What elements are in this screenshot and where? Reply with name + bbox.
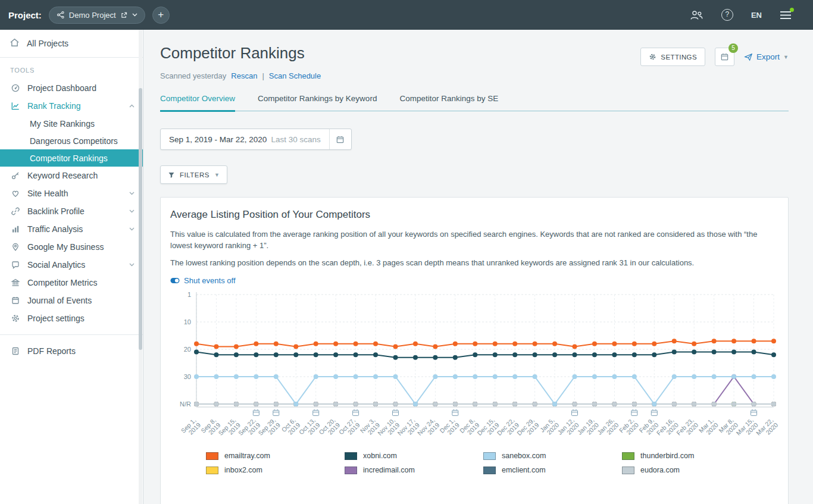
- data-point[interactable]: [333, 342, 338, 346]
- users-icon[interactable]: [689, 10, 703, 20]
- data-point[interactable]: [473, 402, 477, 406]
- data-point[interactable]: [573, 344, 577, 349]
- data-point[interactable]: [632, 374, 637, 379]
- data-point[interactable]: [254, 342, 258, 346]
- data-point[interactable]: [652, 342, 656, 346]
- data-point[interactable]: [234, 374, 239, 379]
- data-point[interactable]: [752, 374, 756, 379]
- sidebar-item-competitor-rankings[interactable]: Competitor Rankings: [0, 149, 143, 167]
- sidebar-item-backlink-profile[interactable]: Backlink Profile: [0, 202, 143, 220]
- sidebar-item-journal-of-events[interactable]: Journal of Events: [0, 292, 143, 309]
- sidebar-item-dangerous-competitors[interactable]: Dangerous Competitors: [0, 132, 143, 149]
- data-point[interactable]: [592, 342, 597, 346]
- data-point[interactable]: [533, 402, 537, 406]
- data-point[interactable]: [512, 374, 517, 379]
- data-point[interactable]: [433, 355, 437, 360]
- shut-events-toggle[interactable]: Shut events off: [170, 276, 778, 285]
- data-point[interactable]: [433, 344, 437, 349]
- data-point[interactable]: [413, 402, 418, 406]
- data-point[interactable]: [373, 352, 378, 357]
- data-point[interactable]: [354, 352, 358, 357]
- sidebar-item-rank-tracking[interactable]: Rank Tracking: [0, 97, 143, 115]
- data-point[interactable]: [453, 342, 458, 346]
- data-point[interactable]: [194, 402, 199, 406]
- data-point[interactable]: [752, 350, 756, 355]
- data-point[interactable]: [712, 374, 717, 379]
- data-point[interactable]: [354, 402, 358, 406]
- data-point[interactable]: [552, 352, 557, 357]
- add-project-button[interactable]: +: [152, 7, 170, 24]
- tab-competitor-overview[interactable]: Competitor Overview: [160, 94, 235, 112]
- event-calendar-icon[interactable]: [751, 409, 757, 416]
- data-point[interactable]: [254, 402, 258, 406]
- data-point[interactable]: [473, 352, 477, 357]
- data-point[interactable]: [333, 374, 338, 379]
- data-point[interactable]: [214, 344, 218, 349]
- data-point[interactable]: [234, 344, 239, 349]
- data-point[interactable]: [194, 350, 199, 355]
- sidebar-item-competitor-metrics[interactable]: Competitor Metrics: [0, 274, 143, 292]
- data-point[interactable]: [512, 402, 517, 406]
- data-point[interactable]: [632, 342, 637, 346]
- data-point[interactable]: [234, 352, 239, 357]
- competitors-chart[interactable]: 1102030N/RSep 1,2019Sep 8,2019Sep 15,201…: [170, 289, 780, 450]
- sidebar-item-project-dashboard[interactable]: Project Dashboard: [0, 79, 143, 97]
- sidebar-item-google-my-business[interactable]: Google My Business: [0, 238, 143, 256]
- data-point[interactable]: [692, 350, 696, 355]
- data-point[interactable]: [612, 352, 617, 357]
- event-calendar-icon[interactable]: [452, 409, 458, 416]
- legend-item[interactable]: thunderbird.com: [622, 452, 761, 460]
- data-point[interactable]: [652, 352, 656, 357]
- data-point[interactable]: [234, 402, 239, 406]
- rescan-link[interactable]: Rescan: [231, 71, 257, 80]
- data-point[interactable]: [393, 344, 398, 349]
- legend-item[interactable]: sanebox.com: [483, 452, 622, 460]
- data-point[interactable]: [533, 352, 537, 357]
- data-point[interactable]: [692, 402, 696, 406]
- tab-competitor-rankings-by-se[interactable]: Competitor Rankings by SE: [399, 94, 498, 111]
- data-point[interactable]: [433, 374, 437, 379]
- data-point[interactable]: [493, 342, 498, 346]
- tab-competitor-rankings-by-keyword[interactable]: Competitor Rankings by Keyword: [258, 94, 377, 111]
- data-point[interactable]: [771, 352, 776, 357]
- data-point[interactable]: [771, 374, 776, 379]
- data-point[interactable]: [552, 402, 557, 406]
- data-point[interactable]: [573, 352, 577, 357]
- sidebar-item-pdf-reports[interactable]: PDF Reports: [0, 342, 143, 360]
- data-point[interactable]: [752, 402, 756, 406]
- data-point[interactable]: [731, 402, 736, 406]
- data-point[interactable]: [731, 374, 736, 379]
- data-point[interactable]: [393, 402, 398, 406]
- data-point[interactable]: [274, 402, 279, 406]
- data-point[interactable]: [533, 342, 537, 346]
- data-point[interactable]: [573, 374, 577, 379]
- data-point[interactable]: [314, 374, 318, 379]
- data-point[interactable]: [373, 342, 378, 346]
- event-calendar-icon[interactable]: [651, 409, 657, 416]
- data-point[interactable]: [194, 374, 199, 379]
- data-point[interactable]: [612, 402, 617, 406]
- data-point[interactable]: [672, 350, 677, 355]
- data-point[interactable]: [413, 342, 418, 346]
- data-point[interactable]: [254, 352, 258, 357]
- legend-item[interactable]: emailtray.com: [206, 452, 345, 460]
- data-point[interactable]: [393, 355, 398, 360]
- sidebar-item-project-settings[interactable]: Project settings: [0, 309, 143, 327]
- sidebar-item-all-projects[interactable]: All Projects: [0, 30, 143, 58]
- data-point[interactable]: [692, 342, 696, 346]
- event-calendar-icon[interactable]: [273, 409, 279, 416]
- data-point[interactable]: [692, 374, 696, 379]
- data-point[interactable]: [512, 352, 517, 357]
- sidebar-item-keyword-research[interactable]: Keyword Research: [0, 167, 143, 184]
- data-point[interactable]: [533, 374, 537, 379]
- data-point[interactable]: [731, 339, 736, 343]
- data-point[interactable]: [274, 352, 279, 357]
- data-point[interactable]: [672, 402, 677, 406]
- data-point[interactable]: [373, 402, 378, 406]
- data-point[interactable]: [453, 402, 458, 406]
- data-point[interactable]: [314, 352, 318, 357]
- data-point[interactable]: [493, 352, 498, 357]
- data-point[interactable]: [771, 402, 776, 406]
- legend-item[interactable]: eudora.com: [622, 466, 761, 474]
- data-point[interactable]: [573, 402, 577, 406]
